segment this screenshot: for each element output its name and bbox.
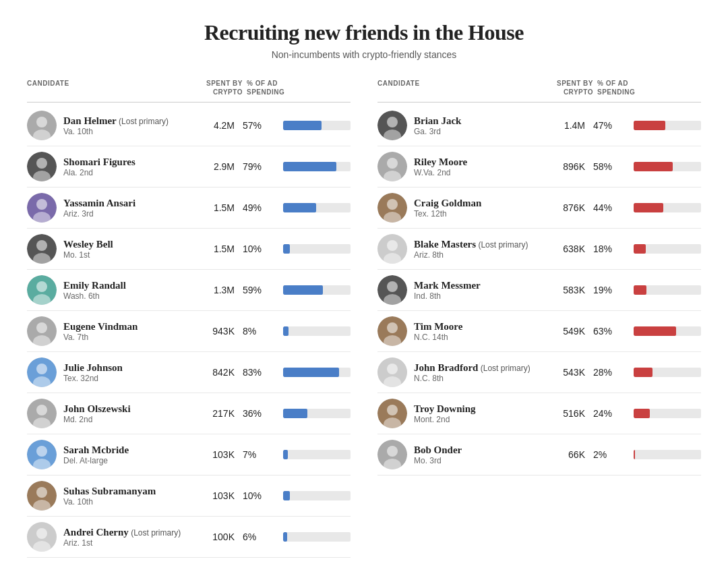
candidate-info: Wesley Bell Mo. 1st [27,234,189,264]
candidate-name-block: Emily Randall Wash. 6th [63,280,126,301]
candidate-name: Blake Masters (Lost primary) [414,239,528,250]
bar-fill [634,368,653,377]
table-row: John Bradford (Lost primary) N.C. 8th 54… [377,352,701,393]
table-row: Andrei Cherny (Lost primary) Ariz. 1st 1… [27,517,351,558]
avatar [27,111,57,140]
candidate-note: (Lost primary) [117,117,169,126]
svg-point-46 [387,281,398,292]
pct-value: 18% [593,243,615,254]
candidate-info: Brian Jack Ga. 3rd [377,111,539,140]
candidate-district: N.C. 8th [414,374,530,383]
candidate-info: Tim Moore N.C. 14th [377,316,539,346]
pct-cell: 28% [593,367,634,378]
svg-point-31 [36,528,47,539]
right-rows: Brian Jack Ga. 3rd 1.4M 47% [377,105,701,476]
avatar [27,481,57,511]
candidate-name: Shomari Figures [63,156,135,168]
avatar [377,193,407,223]
candidate-info: Eugene Vindman Va. 7th [27,316,189,346]
candidate-info: Mark Messmer Ind. 8th [377,275,539,305]
avatar [377,440,407,469]
table-row: Mark Messmer Ind. 8th 583K 19% [377,270,701,311]
svg-point-34 [387,117,398,127]
table-row: John Olszewski Md. 2nd 217K 36% [27,393,351,434]
candidate-name-block: Bob Onder Mo. 3rd [414,444,462,465]
bar-container [283,326,351,336]
bar-fill [634,244,646,254]
svg-point-58 [387,446,398,457]
candidate-district: Ariz. 1st [63,538,181,548]
page-title: Recruiting new friends in the House [27,20,701,45]
candidate-info: Andrei Cherny (Lost primary) Ariz. 1st [27,522,189,552]
table-row: Shomari Figures Ala. 2nd 2.9M 79% [27,146,351,188]
svg-point-1 [36,117,47,127]
svg-point-13 [36,281,47,292]
spent-value: 583K [539,285,593,295]
candidate-name: Andrei Cherny (Lost primary) [63,527,181,538]
left-table: CANDIDATE SPENT BYCRYPTO % OF ADSPENDING… [27,79,351,558]
bar-fill [283,121,322,130]
pct-cell: 59% [243,285,283,295]
candidate-info: Yassamin Ansari Ariz. 3rd [27,193,189,223]
spent-value: 543K [539,367,593,378]
svg-point-16 [36,322,47,333]
bar-fill [283,203,316,212]
pct-value: 36% [243,408,264,419]
avatar [377,234,407,264]
tables-wrapper: CANDIDATE SPENT BYCRYPTO % OF ADSPENDING… [27,79,701,558]
candidate-name: Julie Johnson [63,362,123,374]
table-row: Yassamin Ansari Ariz. 3rd 1.5M 49% [27,188,351,229]
svg-point-22 [36,405,47,415]
pct-value: 19% [593,285,615,295]
col-spent-left: SPENT BYCRYPTO [189,79,243,96]
candidate-name-block: Blake Masters (Lost primary) Ariz. 8th [414,239,528,260]
candidate-name-block: Eugene Vindman Va. 7th [63,321,138,342]
pct-cell: 24% [593,408,634,419]
spent-value: 516K [539,408,593,419]
svg-point-37 [387,158,398,169]
candidate-name: Yassamin Ansari [63,198,135,209]
avatar [27,234,57,264]
bar-container [283,162,351,171]
candidate-district: Tex. 12th [414,209,481,219]
table-row: Suhas Subramanyam Va. 10th 103K 10% [27,476,351,517]
bar-fill [283,450,288,459]
pct-cell: 19% [593,285,634,295]
pct-cell: 36% [243,408,283,419]
svg-point-25 [36,446,47,457]
bar-container [283,244,351,254]
candidate-district: Ariz. 3rd [63,209,135,219]
svg-point-10 [36,240,47,251]
bar-container [283,285,351,295]
candidate-district: Wash. 6th [63,291,126,301]
avatar [377,111,407,140]
col-spent-right: SPENT BYCRYPTO [539,79,593,96]
avatar [27,522,57,552]
bar-fill [283,244,290,254]
candidate-district: Va. 10th [63,497,156,507]
pct-value: 58% [593,161,615,172]
bar-container [634,121,701,130]
col-pct-right: % OF ADSPENDING [593,79,634,96]
table-row: Dan Helmer (Lost primary) Va. 10th 4.2M … [27,105,351,146]
bar-container [283,121,351,130]
bar-fill [283,285,323,295]
candidate-name-block: Riley Moore W.Va. 2nd [414,156,467,177]
pct-value: 47% [593,120,615,131]
candidate-district: Mont. 2nd [414,415,476,424]
candidate-name: Bob Onder [414,444,462,456]
bar-fill [634,450,635,459]
left-rows: Dan Helmer (Lost primary) Va. 10th 4.2M … [27,105,351,558]
svg-point-19 [36,364,47,374]
table-row: Craig Goldman Tex. 12th 876K 44% [377,188,701,229]
right-table: CANDIDATE SPENT BYCRYPTO % OF ADSPENDING… [377,79,701,558]
pct-value: 7% [243,449,264,460]
pct-value: 28% [593,367,615,378]
candidate-info: Riley Moore W.Va. 2nd [377,152,539,181]
col-pct-left: % OF ADSPENDING [243,79,283,96]
avatar [377,316,407,346]
bar-fill [283,491,290,500]
candidate-district: Va. 10th [63,127,169,136]
candidate-district: Ala. 2nd [63,168,135,177]
candidate-name-block: Sarah Mcbride Del. At-large [63,444,129,465]
